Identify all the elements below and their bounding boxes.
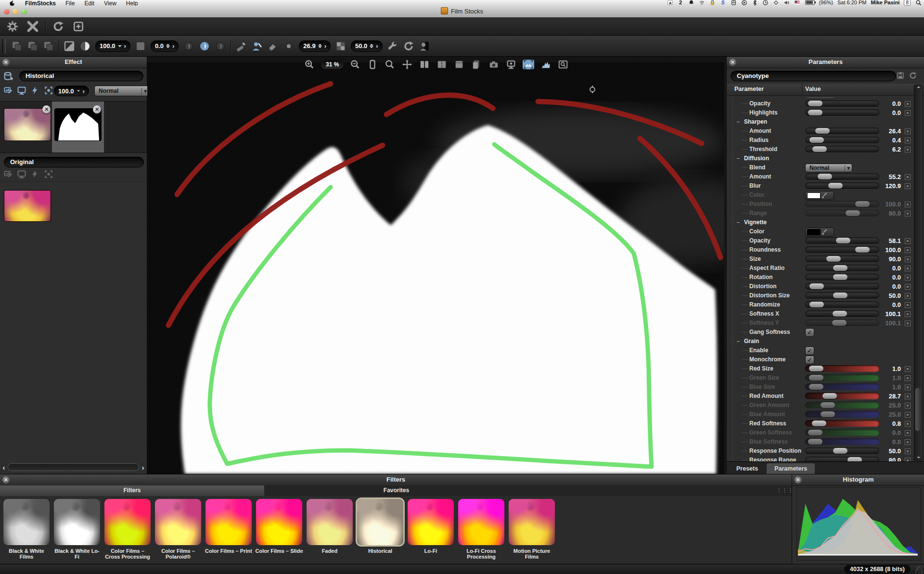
slider-thumb[interactable] bbox=[822, 393, 837, 399]
slider-thumb[interactable] bbox=[833, 293, 847, 298]
effect-blend-dropdown[interactable]: Normal▾ bbox=[94, 86, 149, 96]
mask-preview-icon[interactable] bbox=[79, 41, 91, 51]
stacked-view-icon[interactable] bbox=[471, 60, 482, 69]
mask-view-icon[interactable] bbox=[419, 41, 430, 51]
fit-image-icon[interactable] bbox=[523, 60, 534, 69]
slider-thumb[interactable] bbox=[821, 411, 835, 417]
render-icon[interactable] bbox=[29, 86, 41, 95]
original-thumbnail[interactable] bbox=[4, 191, 51, 221]
close-icon[interactable]: ✕ bbox=[2, 59, 10, 66]
slider-thumb[interactable] bbox=[809, 302, 824, 307]
keyframe-button[interactable] bbox=[905, 147, 911, 153]
slider-thumb[interactable] bbox=[833, 311, 847, 317]
param-checkbox[interactable]: ✓ bbox=[805, 346, 814, 355]
rotate-active-icon[interactable] bbox=[199, 41, 210, 51]
filter-thumbnail[interactable] bbox=[54, 499, 100, 545]
settings-icon[interactable] bbox=[5, 22, 20, 31]
snapshot-icon[interactable] bbox=[488, 60, 500, 69]
filter-thumbnail[interactable] bbox=[357, 499, 403, 545]
slider-thumb[interactable] bbox=[808, 101, 822, 106]
rotate-left-icon[interactable] bbox=[183, 41, 194, 51]
filter-item[interactable]: Color Films – Slide bbox=[255, 499, 303, 564]
param-checkbox[interactable]: ✓ bbox=[805, 356, 814, 364]
keyframe-button[interactable] bbox=[905, 311, 911, 317]
shape-diamond-icon[interactable] bbox=[772, 0, 780, 6]
filter-item[interactable]: Historical bbox=[356, 499, 404, 564]
filter-thumbnail[interactable] bbox=[205, 499, 252, 545]
display-count-2-icon[interactable]: 2 bbox=[677, 0, 684, 6]
filter-item[interactable]: Black & White Films bbox=[2, 499, 51, 564]
effect-opacity-field[interactable]: 100.0› bbox=[54, 86, 89, 96]
filter-item[interactable]: Motion Picture Films bbox=[508, 499, 556, 564]
keyframe-button[interactable] bbox=[905, 284, 911, 290]
filter-item[interactable]: Faded bbox=[306, 499, 354, 564]
keyframe-button[interactable] bbox=[905, 183, 911, 189]
split-horizontal-icon[interactable] bbox=[453, 60, 465, 69]
layer-stack-icon[interactable] bbox=[43, 41, 54, 51]
slider-thumb[interactable] bbox=[812, 146, 827, 152]
keychain-lock-icon[interactable] bbox=[709, 0, 716, 6]
brush-blend-icon[interactable] bbox=[335, 41, 346, 51]
reset-icon[interactable] bbox=[909, 71, 917, 80]
remove-layer-icon[interactable]: ✕ bbox=[42, 105, 51, 114]
paint-tool-icon[interactable] bbox=[235, 41, 247, 51]
brush-tip-icon[interactable] bbox=[283, 41, 295, 51]
loupe-icon[interactable] bbox=[557, 60, 569, 69]
us-flag-icon[interactable] bbox=[794, 0, 801, 6]
keyframe-button[interactable] bbox=[905, 174, 911, 180]
filter-thumbnail[interactable] bbox=[458, 499, 504, 545]
brush-softness-field[interactable]: 50.0› bbox=[351, 40, 383, 52]
param-checkbox[interactable]: ✓ bbox=[805, 328, 814, 337]
canvas-artwork[interactable] bbox=[147, 63, 724, 474]
slider-thumb[interactable] bbox=[818, 174, 832, 179]
filter-item[interactable]: Lo-Fi bbox=[407, 499, 455, 564]
param-dropdown[interactable]: Normal▾ bbox=[805, 164, 852, 172]
screen-capture-icon[interactable] bbox=[505, 60, 517, 69]
slider-thumb[interactable] bbox=[808, 110, 822, 115]
slider-thumb[interactable] bbox=[833, 265, 847, 271]
grid-view-icon[interactable]: ⋮⋮⋮ bbox=[776, 487, 784, 494]
keyframe-button[interactable] bbox=[905, 293, 911, 299]
tab-parameters[interactable]: Parameters bbox=[767, 463, 815, 474]
parameters-scrollbar[interactable]: ⌃ ⌄ bbox=[914, 85, 923, 460]
remove-mask-icon[interactable]: ✕ bbox=[93, 105, 101, 114]
effect-horizontal-scrollbar[interactable]: ‹ › bbox=[0, 462, 147, 472]
keyframe-button[interactable] bbox=[905, 439, 911, 445]
fit-frame-icon[interactable] bbox=[43, 86, 54, 95]
filter-thumbnail[interactable] bbox=[408, 499, 454, 545]
filter-thumbnail[interactable] bbox=[155, 499, 201, 545]
slider-thumb[interactable] bbox=[833, 274, 847, 280]
scroll-up-icon[interactable]: ⌃ bbox=[916, 86, 921, 92]
collapse-icon[interactable]: − bbox=[736, 120, 741, 124]
filters-tab-filters[interactable]: Filters bbox=[0, 485, 264, 496]
angle-field[interactable]: 0.0› bbox=[151, 40, 179, 52]
zoom-tool-icon[interactable] bbox=[384, 60, 396, 69]
keyframe-button[interactable] bbox=[905, 211, 911, 217]
mask-layer-thumbnail[interactable] bbox=[55, 109, 101, 140]
filter-item[interactable]: Color Films – Print bbox=[205, 499, 253, 564]
param-color-well[interactable] bbox=[805, 228, 834, 237]
filter-thumbnail[interactable] bbox=[307, 499, 353, 545]
scroll-down-icon[interactable]: ⌄ bbox=[916, 453, 921, 459]
keyframe-button[interactable] bbox=[905, 266, 911, 271]
keyframe-button[interactable] bbox=[905, 110, 911, 116]
slider-thumb[interactable] bbox=[809, 375, 823, 381]
layer-single-icon[interactable] bbox=[11, 41, 23, 51]
color-swatch-icon[interactable] bbox=[135, 41, 146, 51]
battery-icon[interactable] bbox=[805, 0, 815, 5]
image-canvas[interactable]: 31 % bbox=[147, 57, 724, 474]
resize-grip[interactable] bbox=[915, 566, 923, 574]
keyframe-button[interactable] bbox=[905, 430, 911, 436]
slider-thumb[interactable] bbox=[832, 320, 847, 326]
reset-icon[interactable] bbox=[51, 22, 66, 31]
filter-thumbnail[interactable] bbox=[509, 499, 555, 545]
keyframe-button[interactable] bbox=[905, 275, 911, 281]
slider-thumb[interactable] bbox=[833, 448, 847, 454]
original-section-header[interactable]: Original bbox=[4, 157, 144, 167]
edit-effect-icon[interactable] bbox=[2, 86, 14, 95]
add-preset-icon[interactable] bbox=[3, 71, 13, 82]
histogram-toggle-icon[interactable] bbox=[540, 60, 552, 69]
save-preset-icon[interactable] bbox=[896, 71, 905, 80]
eyedropper-icon[interactable] bbox=[822, 230, 828, 235]
keyframe-button[interactable] bbox=[905, 375, 911, 381]
